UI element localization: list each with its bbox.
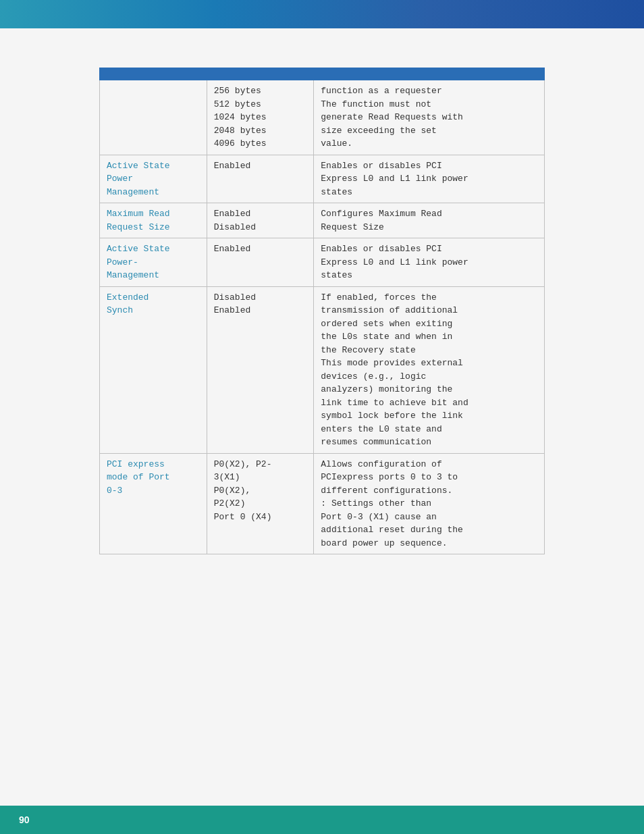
- row6-name: PCI express mode of Port 0-3: [100, 453, 207, 554]
- table-row: Active State Power Management Enabled En…: [100, 155, 545, 203]
- settings-table: 256 bytes 512 bytes 1024 bytes 2048 byte…: [99, 68, 545, 554]
- table-row: Extended Synch Disabled Enabled If enabl…: [100, 286, 545, 453]
- row2-name: Active State Power Management: [100, 155, 207, 203]
- row3-values: Enabled Disabled: [207, 203, 314, 238]
- row5-values: Disabled Enabled: [207, 286, 314, 453]
- row5-name: Extended Synch: [100, 286, 207, 453]
- row3-desc: Configures Maximum Read Request Size: [314, 203, 545, 238]
- table-row: Maximum Read Request Size Enabled Disabl…: [100, 203, 545, 238]
- row6-desc: Allows configuration of PCIexpress ports…: [314, 453, 545, 554]
- table-row: 256 bytes 512 bytes 1024 bytes 2048 byte…: [100, 80, 545, 155]
- top-bar: [0, 0, 644, 28]
- page-number: 90: [19, 814, 30, 825]
- row2-desc: Enables or disables PCI Express L0 and L…: [314, 155, 545, 203]
- row1-name: [100, 80, 207, 155]
- header-col-name: [100, 68, 207, 80]
- main-content: 256 bytes 512 bytes 1024 bytes 2048 byte…: [19, 41, 625, 793]
- header-col-values: [207, 68, 314, 80]
- row4-name: Active State Power- Management: [100, 238, 207, 287]
- header-col-desc: [314, 68, 545, 80]
- table-row: PCI express mode of Port 0-3 P0(X2), P2-…: [100, 453, 545, 554]
- row6-values: P0(X2), P2- 3(X1) P0(X2), P2(X2) Port 0 …: [207, 453, 314, 554]
- table-row: Active State Power- Management Enabled E…: [100, 238, 545, 287]
- bottom-bar: 90: [0, 806, 644, 834]
- row1-desc: function as a requester The function mus…: [314, 80, 545, 155]
- row4-values: Enabled: [207, 238, 314, 287]
- table-header-row: [100, 68, 545, 80]
- row1-values: 256 bytes 512 bytes 1024 bytes 2048 byte…: [207, 80, 314, 155]
- row3-name: Maximum Read Request Size: [100, 203, 207, 238]
- row2-values: Enabled: [207, 155, 314, 203]
- row4-desc: Enables or disables PCI Express L0 and L…: [314, 238, 545, 287]
- row5-desc: If enabled, forces the transmission of a…: [314, 286, 545, 453]
